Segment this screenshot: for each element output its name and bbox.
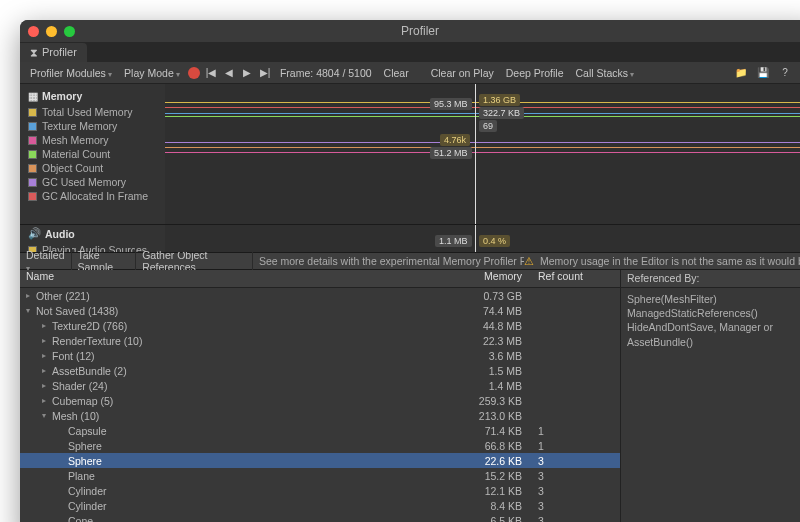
mem-badge: 95.3 MB	[430, 98, 472, 110]
info-message: See more details with the experimental M…	[253, 255, 524, 267]
profiler-modules-dropdown[interactable]: Profiler Modules	[26, 66, 116, 80]
clear-on-play-button[interactable]: Clear on Play	[427, 66, 498, 80]
audio-icon: 🔊	[28, 227, 41, 240]
window-title: Profiler	[20, 24, 800, 38]
tab-menu-icon[interactable]: ⋮	[789, 46, 800, 59]
frame-next-icon[interactable]: ▶	[240, 67, 254, 78]
legend-item[interactable]: GC Allocated In Frame	[28, 190, 157, 202]
frame-label: Frame: 4804 / 5100	[276, 66, 376, 80]
audio-badge: 0.4 %	[479, 235, 510, 247]
referenced-by-header: Referenced By:	[621, 270, 800, 288]
table-row[interactable]: ▾Not Saved (1438)74.4 MB	[20, 303, 620, 318]
detail-toolbar: Detailed Take Sample Gather Object Refer…	[20, 252, 800, 270]
detail-columns: Name Memory Ref count ▸Other (221)0.73 G…	[20, 270, 800, 522]
table-row[interactable]: ▸Font (12)3.6 MB	[20, 348, 620, 363]
legend-item[interactable]: Total Used Memory	[28, 106, 157, 118]
referenced-by-pane: Referenced By: Sphere(MeshFilter)Managed…	[620, 270, 800, 522]
table-row[interactable]: ▸Other (221)0.73 GB	[20, 288, 620, 303]
legend-item[interactable]: Mesh Memory	[28, 134, 157, 146]
memory-legend: ▦Memory Total Used MemoryTexture MemoryM…	[20, 84, 165, 224]
mem-badge: 69	[479, 120, 497, 132]
reference-item: ManagedStaticReferences()	[627, 306, 800, 320]
col-name-header[interactable]: Name	[20, 270, 420, 287]
table-row[interactable]: Sphere66.8 KB1	[20, 438, 620, 453]
frame-back-icon[interactable]: |◀	[204, 67, 218, 78]
reference-item: HideAndDontSave, Manager or AssetBundle(…	[627, 320, 800, 348]
memory-chart-body[interactable]: 95.3 MB 4.76k 51.2 MB 1.36 GB 322.7 KB 6…	[165, 84, 800, 224]
mem-badge: 1.36 GB	[479, 94, 520, 106]
mem-badge: 322.7 KB	[479, 107, 524, 119]
profiler-window: Profiler ⧗ Profiler ⋮ Profiler Modules P…	[20, 20, 800, 522]
table-row[interactable]: Plane15.2 KB3	[20, 468, 620, 483]
tab-label: Profiler	[42, 46, 77, 58]
clear-button[interactable]: Clear	[380, 66, 413, 80]
reference-item: Sphere(MeshFilter)	[627, 292, 800, 306]
call-stacks-dropdown[interactable]: Call Stacks	[572, 66, 639, 80]
audio-badge: 1.1 MB	[435, 235, 472, 247]
table-row[interactable]: ▸Texture2D (766)44.8 MB	[20, 318, 620, 333]
help-icon[interactable]: ?	[778, 67, 792, 78]
referenced-by-body: Sphere(MeshFilter)ManagedStaticReference…	[621, 288, 800, 353]
stopwatch-icon: ⧗	[30, 46, 38, 59]
audio-title: Audio	[45, 228, 75, 240]
table-row[interactable]: Sphere22.6 KB3	[20, 453, 620, 468]
warning-message: Memory usage in the Editor is not the sa…	[534, 255, 800, 267]
frame-prev-icon[interactable]: ◀	[222, 67, 236, 78]
table-row[interactable]: Cylinder12.1 KB3	[20, 483, 620, 498]
legend-item[interactable]: Material Count	[28, 148, 157, 160]
memory-tree-body[interactable]: ▸Other (221)0.73 GB▾Not Saved (1438)74.4…	[20, 288, 620, 522]
memory-title: Memory	[42, 90, 82, 102]
table-row[interactable]: ▸Shader (24)1.4 MB	[20, 378, 620, 393]
legend-item[interactable]: Texture Memory	[28, 120, 157, 132]
table-row[interactable]: ▸RenderTexture (10)22.3 MB	[20, 333, 620, 348]
table-row[interactable]: Capsule71.4 KB1	[20, 423, 620, 438]
table-row[interactable]: Cone6.5 KB3	[20, 513, 620, 522]
legend-item[interactable]: GC Used Memory	[28, 176, 157, 188]
tab-profiler[interactable]: ⧗ Profiler	[20, 43, 87, 62]
main-toolbar: Profiler Modules Play Mode |◀ ◀ ▶ ▶| Fra…	[20, 62, 800, 84]
col-ref-header[interactable]: Ref count	[530, 270, 620, 287]
frame-current-icon[interactable]: ▶|	[258, 67, 272, 78]
table-row[interactable]: Cylinder8.4 KB3	[20, 498, 620, 513]
save-icon[interactable]: 💾	[756, 67, 770, 78]
record-button[interactable]	[188, 67, 200, 79]
open-icon[interactable]: 📁	[734, 67, 748, 78]
mem-badge: 51.2 MB	[430, 147, 472, 159]
mem-badge: 4.76k	[440, 134, 470, 146]
deep-profile-button[interactable]: Deep Profile	[502, 66, 568, 80]
tabbar: ⧗ Profiler ⋮	[20, 42, 800, 62]
table-row[interactable]: ▸Cubemap (5)259.3 KB	[20, 393, 620, 408]
titlebar: Profiler	[20, 20, 800, 42]
table-row[interactable]: ▾Mesh (10)213.0 KB	[20, 408, 620, 423]
memory-tree-pane: Name Memory Ref count ▸Other (221)0.73 G…	[20, 270, 620, 522]
col-memory-header[interactable]: Memory	[420, 270, 530, 287]
memory-icon: ▦	[28, 90, 38, 102]
table-row[interactable]: ▸AssetBundle (2)1.5 MB	[20, 363, 620, 378]
warning-icon: ⚠	[524, 255, 534, 267]
memory-chart[interactable]: ▦Memory Total Used MemoryTexture MemoryM…	[20, 84, 800, 224]
legend-item[interactable]: Object Count	[28, 162, 157, 174]
playmode-dropdown[interactable]: Play Mode	[120, 66, 184, 80]
